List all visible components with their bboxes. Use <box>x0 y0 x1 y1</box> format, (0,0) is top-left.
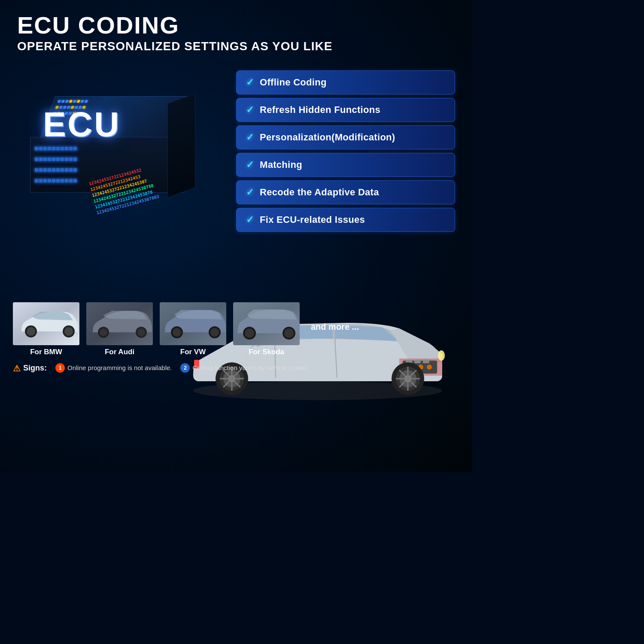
chip-led-32 <box>39 179 43 182</box>
bottom-section: For BMW <box>0 298 472 380</box>
chip-led-24 <box>48 168 51 172</box>
chip-led-31 <box>35 179 38 182</box>
svg-point-42 <box>173 328 181 337</box>
chip-led-13 <box>43 158 47 161</box>
chip-led-39 <box>69 179 73 182</box>
feature-refresh-hidden: ✓ Refresh Hidden Functions <box>236 98 455 122</box>
check-icon-3: ✓ <box>246 132 254 143</box>
chip-led-16 <box>56 158 60 161</box>
warning-text-1: Online programming is not available. <box>67 364 172 371</box>
led-6 <box>77 100 80 103</box>
feature-list: ✓ Offline Coding ✓ Refresh Hidden Functi… <box>223 58 464 240</box>
warning-section: ⚠ Signs: 1 Online programming is not ava… <box>13 363 459 374</box>
car-label-vw: For VW <box>180 348 206 356</box>
chip-led-6 <box>56 147 60 150</box>
car-image-bmw <box>13 302 79 345</box>
check-icon-5: ✓ <box>246 187 254 198</box>
chip-led-9 <box>69 147 73 150</box>
car-thumb-audi: For Audi <box>86 302 153 356</box>
sub-title: OPERATE PERSONALIZED SETTINGS AS YOU LIK… <box>17 39 455 53</box>
signs-header: ⚠ Signs: <box>13 363 47 374</box>
feature-recode-adaptive: ✓ Recode the Adaptive Data <box>236 180 455 204</box>
warning-text-2: Coding function varies by vehicle model. <box>192 364 307 371</box>
chip-led-26 <box>56 168 60 172</box>
chip-led-3 <box>43 147 47 150</box>
warning-item-2: 2 Coding function varies by vehicle mode… <box>180 363 307 373</box>
main-title: ECU CODING <box>17 12 455 39</box>
led-3 <box>65 100 69 103</box>
feature-personalization: ✓ Personalization(Modification) <box>236 125 455 149</box>
feature-label-3: Personalization(Modification) <box>260 132 395 143</box>
chip-led-29 <box>69 168 73 172</box>
chip-led-7 <box>61 147 64 150</box>
chip-led-5 <box>52 147 55 150</box>
car-label-audi: For Audi <box>105 348 134 356</box>
chip-led-28 <box>65 168 68 172</box>
feature-offline-coding: ✓ Offline Coding <box>236 70 455 94</box>
chip-led-25 <box>52 168 55 172</box>
warning-num-2: 2 <box>180 363 190 373</box>
car-image-skoda <box>233 302 300 345</box>
chip-led-1 <box>35 147 38 150</box>
feature-fix-ecu: ✓ Fix ECU-related Issues <box>236 208 455 232</box>
led-5 <box>73 100 76 103</box>
car-thumb-bmw: For BMW <box>13 302 79 356</box>
feature-label-2: Refresh Hidden Functions <box>260 104 380 115</box>
led-8 <box>85 100 88 103</box>
car-thumb-vw: For VW <box>160 302 226 356</box>
chip-led-4 <box>48 147 51 150</box>
led-7 <box>81 100 84 103</box>
chip-led-21 <box>35 168 38 172</box>
chip-led-2 <box>39 147 43 150</box>
chip-led-20 <box>73 158 77 161</box>
warning-triangle-icon: ⚠ <box>13 363 21 374</box>
chip-led-33 <box>43 179 47 182</box>
svg-point-32 <box>27 327 35 336</box>
car-image-audi <box>86 302 153 345</box>
car-thumbnails: For BMW <box>13 302 459 356</box>
left-panel: ECU 123424532722123424532 12342453272212… <box>9 58 223 298</box>
led-row-1 <box>58 100 186 103</box>
feature-label-5: Recode the Adaptive Data <box>260 187 379 198</box>
chip-led-19 <box>69 158 73 161</box>
feature-label-6: Fix ECU-related Issues <box>260 214 365 225</box>
car-image-vw <box>160 302 226 345</box>
chip-led-35 <box>52 179 55 182</box>
svg-point-49 <box>284 328 294 338</box>
warning-item-1: 1 Online programming is not available. <box>55 363 172 373</box>
chip-led-12 <box>39 158 43 161</box>
feature-label-4: Matching <box>260 159 302 170</box>
ecu-chip-container: ECU 123424532722123424532 12342453272212… <box>17 70 197 199</box>
chip-led-row-2 <box>35 158 180 161</box>
svg-point-47 <box>245 328 254 338</box>
ecu-label: ECU <box>43 105 121 144</box>
chip-led-15 <box>52 158 55 161</box>
check-icon-4: ✓ <box>246 159 254 170</box>
chip-led-36 <box>56 179 60 182</box>
warning-num-1: 1 <box>55 363 65 373</box>
check-icon-1: ✓ <box>246 77 254 88</box>
car-label-skoda: For Skoda <box>249 348 284 356</box>
feature-label-1: Offline Coding <box>260 77 327 88</box>
chip-led-row-1 <box>35 147 180 150</box>
chip-led-22 <box>39 168 43 172</box>
chip-led-40 <box>73 179 77 182</box>
check-icon-6: ✓ <box>246 214 254 225</box>
and-more-label: and more ... <box>307 322 359 336</box>
signs-label: Signs: <box>23 364 47 373</box>
car-label-bmw: For BMW <box>30 348 62 356</box>
led-4 <box>69 100 73 103</box>
chip-led-23 <box>43 168 47 172</box>
check-icon-2: ✓ <box>246 104 254 115</box>
main-content: ECU 123424532722123424532 12342453272212… <box>0 58 472 298</box>
chip-led-11 <box>35 158 38 161</box>
chip-led-30 <box>73 168 77 172</box>
svg-point-37 <box>100 328 107 336</box>
chip-led-27 <box>61 168 64 172</box>
svg-point-44 <box>210 328 219 337</box>
chip-led-38 <box>65 179 68 182</box>
chip-led-18 <box>65 158 68 161</box>
chip-led-34 <box>48 179 51 182</box>
chip-led-8 <box>65 147 68 150</box>
chip-led-10 <box>73 147 77 150</box>
